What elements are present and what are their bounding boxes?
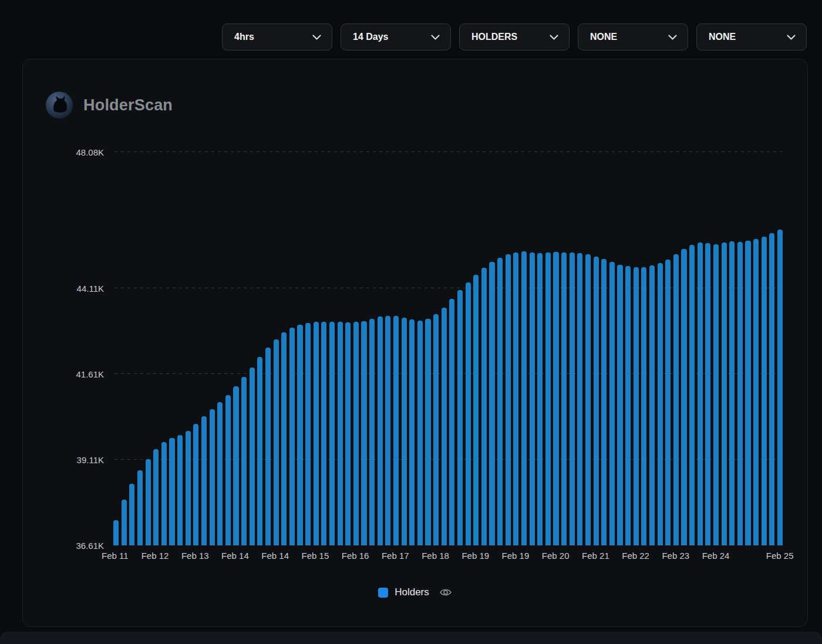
holders-bar bbox=[689, 245, 695, 545]
legend-label: Holders bbox=[395, 586, 429, 598]
x-axis-label: Feb 22 bbox=[622, 551, 649, 561]
overlay-2-dropdown[interactable]: NONE bbox=[696, 23, 807, 50]
holders-bar bbox=[673, 254, 679, 545]
range-dropdown-label: 14 Days bbox=[353, 32, 389, 42]
holders-bar bbox=[274, 339, 279, 545]
x-axis-label: Feb 24 bbox=[702, 551, 730, 561]
holders-bar bbox=[433, 314, 439, 545]
holders-bar bbox=[698, 242, 703, 545]
x-axis-label: Feb 19 bbox=[502, 551, 530, 561]
interval-dropdown[interactable]: 4hrs bbox=[222, 23, 332, 50]
holders-bar bbox=[570, 252, 575, 545]
plot-area: Feb 11Feb 12Feb 13Feb 14Feb 14Feb 15Feb … bbox=[111, 146, 784, 545]
holders-bar bbox=[537, 253, 543, 545]
holders-bar bbox=[713, 244, 719, 546]
holders-bar bbox=[457, 290, 463, 545]
holders-bar bbox=[594, 257, 599, 545]
holders-bar bbox=[402, 318, 407, 545]
holders-bar bbox=[521, 251, 527, 545]
holders-bar bbox=[177, 435, 183, 545]
x-axis-label: Feb 21 bbox=[582, 551, 609, 561]
holders-bar bbox=[681, 249, 686, 545]
holders-bar bbox=[329, 322, 335, 545]
chevron-down-icon bbox=[431, 35, 440, 40]
chart-panel: HolderScan 48.08K44.11K41.61K39.11K36.61… bbox=[22, 59, 808, 627]
y-axis-label: 41.61K bbox=[76, 369, 104, 379]
holders-bar bbox=[729, 241, 735, 545]
holders-bar bbox=[369, 319, 375, 545]
holders-bar bbox=[609, 262, 615, 545]
legend-item-holders[interactable]: Holders bbox=[378, 586, 452, 598]
holders-bar bbox=[137, 470, 143, 545]
x-axis-label: Feb 23 bbox=[662, 551, 689, 561]
y-axis-label: 44.11K bbox=[77, 283, 104, 293]
holders-bar bbox=[193, 424, 198, 545]
holders-bar bbox=[722, 242, 727, 545]
holders-bar bbox=[601, 259, 607, 545]
x-axis-labels: Feb 11Feb 12Feb 13Feb 14Feb 14Feb 15Feb … bbox=[111, 545, 784, 563]
holders-bar bbox=[466, 282, 471, 545]
x-axis-label: Feb 14 bbox=[221, 551, 249, 561]
holders-bar bbox=[553, 252, 558, 545]
holders-bar bbox=[417, 321, 423, 545]
x-axis-label: Feb 17 bbox=[382, 551, 409, 561]
holders-bar bbox=[658, 263, 663, 545]
holders-bar bbox=[113, 520, 119, 545]
chevron-down-icon bbox=[787, 35, 796, 40]
x-axis-label: Feb 13 bbox=[181, 551, 209, 561]
holders-bar bbox=[297, 325, 302, 545]
holders-bar bbox=[186, 431, 191, 545]
holders-bar bbox=[497, 258, 503, 545]
x-axis-label: Feb 12 bbox=[142, 551, 169, 561]
holders-bar bbox=[129, 484, 134, 545]
chevron-down-icon bbox=[550, 35, 558, 40]
y-axis-label: 48.08K bbox=[76, 147, 104, 157]
holders-bar bbox=[169, 438, 174, 545]
x-axis-label: Feb 20 bbox=[542, 551, 570, 561]
holders-bar bbox=[513, 252, 518, 545]
toolbar: 4hrs 14 Days HOLDERS NONE NONE bbox=[222, 23, 807, 50]
holderscan-logo-icon bbox=[45, 91, 73, 119]
holders-bar bbox=[257, 357, 262, 545]
holders-bar bbox=[353, 322, 359, 545]
chevron-down-icon bbox=[312, 35, 321, 40]
eye-visibility-icon[interactable] bbox=[439, 588, 452, 597]
range-dropdown[interactable]: 14 Days bbox=[341, 23, 451, 50]
holders-bar bbox=[705, 243, 710, 545]
overlay-2-dropdown-label: NONE bbox=[709, 32, 736, 42]
y-axis-label: 36.61K bbox=[76, 541, 104, 551]
holders-bar bbox=[449, 299, 454, 545]
x-axis-label: Feb 25 bbox=[766, 551, 794, 561]
holders-bar bbox=[617, 265, 622, 545]
holders-bar bbox=[634, 267, 639, 545]
holders-bar bbox=[378, 316, 383, 545]
interval-dropdown-label: 4hrs bbox=[234, 32, 254, 42]
holders-bar bbox=[289, 328, 295, 545]
holders-bar bbox=[641, 267, 646, 545]
x-axis-label: Feb 15 bbox=[302, 551, 329, 561]
holders-bar bbox=[649, 265, 655, 545]
holders-bar bbox=[265, 348, 271, 545]
bars bbox=[113, 146, 783, 545]
holders-bar bbox=[314, 322, 319, 545]
y-axis-label: 39.11K bbox=[77, 454, 104, 464]
brand-name: HolderScan bbox=[83, 96, 173, 114]
metric-dropdown-label: HOLDERS bbox=[471, 32, 517, 42]
holders-bar bbox=[665, 259, 671, 545]
holders-bar bbox=[481, 268, 487, 545]
holders-bar bbox=[545, 252, 551, 545]
y-axis: 48.08K44.11K41.61K39.11K36.61K bbox=[45, 146, 111, 545]
overlay-1-dropdown[interactable]: NONE bbox=[578, 23, 688, 50]
holders-bar bbox=[345, 322, 351, 545]
holders-bar bbox=[122, 500, 127, 545]
chevron-down-icon bbox=[668, 35, 677, 40]
holders-bar bbox=[361, 321, 366, 545]
holders-bar bbox=[625, 266, 631, 545]
x-axis-label: Feb 19 bbox=[461, 551, 489, 561]
metric-dropdown[interactable]: HOLDERS bbox=[459, 23, 570, 50]
holders-bar bbox=[201, 416, 207, 545]
holders-bar bbox=[393, 316, 399, 545]
holders-bar bbox=[241, 377, 247, 545]
holders-bar bbox=[530, 252, 535, 545]
holders-bar bbox=[161, 442, 167, 545]
